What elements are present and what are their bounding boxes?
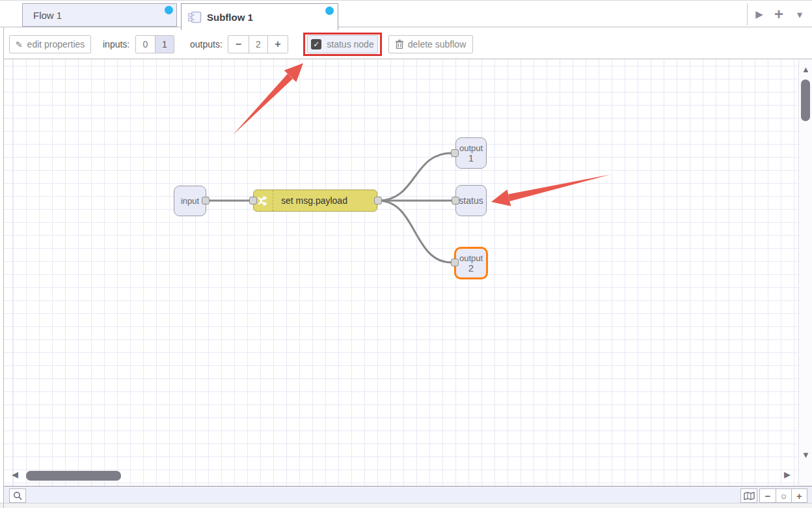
flow-list-dropdown-button[interactable]: ▾	[791, 6, 808, 23]
inputs-toggle: 0 1	[135, 35, 174, 53]
outputs-label: outputs:	[190, 35, 223, 53]
output2-node-input-port[interactable]	[451, 259, 459, 266]
subflow-status-node[interactable]: status	[455, 185, 487, 216]
zoom-in-button[interactable]: +	[791, 489, 807, 502]
output1-node-input-port[interactable]	[451, 149, 459, 157]
status-node-label: status node	[327, 39, 373, 49]
change-node-output-port[interactable]	[374, 197, 382, 205]
output1-label-line2: 1	[468, 152, 474, 163]
search-icon	[13, 491, 22, 500]
node-red-subflow-editor: Flow 1 Subflow 1 ▶ + ▾ ✎ edit	[0, 0, 812, 508]
status-node-canvas-label: status	[459, 195, 483, 206]
input-node-output-port[interactable]	[202, 197, 210, 205]
wire-layer	[4, 59, 798, 486]
subflow-output2-node-selected[interactable]: output 2	[454, 247, 488, 279]
vscroll-thumb[interactable]	[801, 79, 810, 121]
tabbar-bottom-border	[0, 27, 812, 27]
pencil-icon: ✎	[16, 40, 23, 49]
hscroll-thumb[interactable]	[26, 471, 121, 481]
vscroll-down-arrow[interactable]: ▼	[802, 451, 810, 459]
change-node[interactable]: set msg.payload	[253, 190, 377, 212]
output2-label-line2: 2	[468, 262, 474, 274]
vscroll-up-arrow[interactable]: ▲	[802, 65, 810, 74]
outputs-value: 2	[249, 36, 267, 53]
status-node-input-port[interactable]	[452, 197, 459, 205]
zoom-controls: − ○ +	[759, 488, 807, 503]
tab-scroll-right-button[interactable]: ▶	[751, 6, 768, 23]
change-node-label: set msg.payload	[273, 195, 347, 206]
add-flow-button[interactable]: +	[770, 6, 787, 23]
trash-icon	[396, 40, 403, 49]
zoom-reset-button[interactable]: ○	[776, 489, 791, 502]
checked-checkbox-icon: ✓	[311, 39, 321, 49]
map-icon	[744, 492, 755, 500]
canvas-footer-bar: − ○ +	[4, 486, 812, 503]
delete-subflow-label: delete subflow	[408, 39, 467, 49]
search-flows-button[interactable]	[9, 488, 26, 503]
output2-label-line1: output	[459, 253, 483, 263]
subflow-output1-node[interactable]: output 1	[455, 137, 487, 169]
tab-flow-1-label: Flow 1	[23, 10, 62, 21]
edit-properties-button[interactable]: ✎ edit properties	[9, 35, 91, 53]
inputs-option-0[interactable]: 0	[136, 36, 155, 53]
outputs-decrease-button[interactable]: −	[228, 36, 249, 53]
status-node-toggle-button[interactable]: ✓ status node	[307, 35, 378, 53]
wire-change-to-output1[interactable]	[378, 153, 452, 201]
zoom-out-button[interactable]: −	[760, 489, 776, 502]
vertical-scrollbar[interactable]: ▲ ▼	[798, 59, 812, 486]
modified-dot-icon	[165, 6, 173, 14]
wire-change-to-output2[interactable]	[378, 201, 452, 262]
tab-subflow-1[interactable]: Subflow 1	[181, 3, 338, 30]
outputs-stepper: − 2 +	[228, 35, 288, 53]
input-node-label: input	[181, 196, 199, 206]
tab-flow-1[interactable]: Flow 1	[22, 3, 177, 27]
edit-properties-label: edit properties	[27, 39, 85, 49]
workspace-tab-bar: Flow 1 Subflow 1 ▶ + ▾	[0, 1, 812, 27]
delete-subflow-button[interactable]: delete subflow	[388, 35, 473, 53]
subflow-toolbar: ✎ edit properties inputs: 0 1 outputs: −…	[4, 27, 812, 59]
inputs-option-1[interactable]: 1	[155, 36, 174, 53]
tab-subflow-1-label: Subflow 1	[207, 12, 253, 23]
tabbar-separator	[747, 3, 748, 25]
flow-canvas[interactable]: input set msg.payload output 1	[4, 59, 798, 486]
navigator-map-button[interactable]	[740, 488, 757, 503]
shuffle-arrows-icon	[257, 195, 269, 207]
window-bottom-strip	[0, 503, 812, 508]
modified-dot-icon	[325, 7, 334, 15]
outputs-increase-button[interactable]: +	[267, 36, 288, 53]
output1-label-line1: output	[459, 143, 483, 153]
change-node-input-port[interactable]	[249, 197, 257, 205]
subflow-icon	[188, 11, 202, 23]
workspace-left-border	[3, 27, 4, 508]
inputs-label: inputs:	[103, 35, 129, 53]
